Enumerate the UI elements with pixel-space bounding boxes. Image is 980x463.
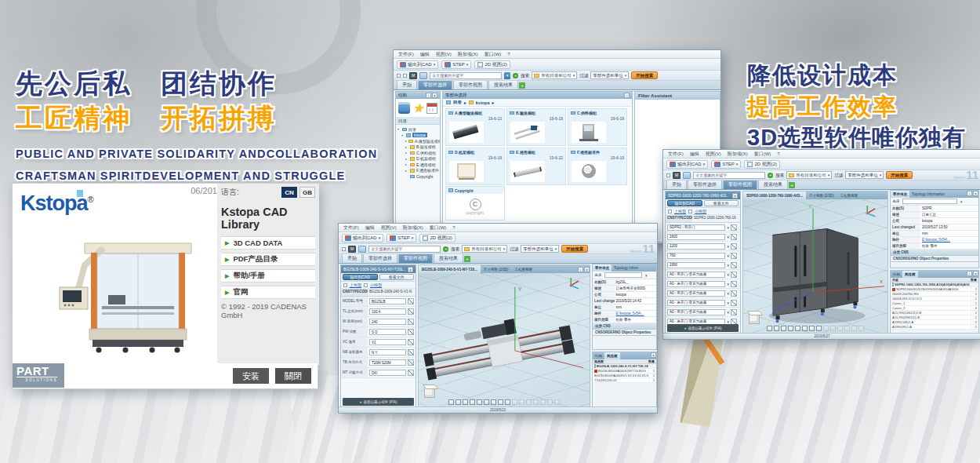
- edit-icon[interactable]: [408, 329, 414, 335]
- path-link[interactable]: E:\kstopa_5x54\...: [920, 237, 978, 242]
- parameter-toggle[interactable]: S D: [369, 329, 406, 335]
- tree-item[interactable]: ▸E.通用模组: [397, 162, 440, 168]
- viewport-tool-icon[interactable]: [470, 399, 475, 405]
- checkbox[interactable]: [892, 283, 894, 286]
- tab-search-results[interactable]: 搜索结果: [758, 180, 788, 189]
- search-checkbox[interactable]: [403, 74, 407, 78]
- edit-icon[interactable]: [408, 339, 414, 345]
- view-file-button[interactable]: 查看文件: [379, 274, 415, 280]
- parameter-slider[interactable]: 240: [369, 319, 406, 325]
- tab-3d-model[interactable]: BG2SLB-1009-240-S-V1-NY-T20...: [419, 265, 481, 273]
- select-dropdown[interactable]: [902, 199, 957, 204]
- 2d-view-button[interactable]: 2D 视图(2): [474, 60, 510, 69]
- menu-file[interactable]: 文件(F): [398, 51, 414, 58]
- viewport-tool-icon[interactable]: [477, 399, 482, 405]
- viewport-tool-icon[interactable]: [484, 399, 489, 405]
- edit-icon[interactable]: [408, 319, 414, 325]
- edit-icon[interactable]: [408, 349, 414, 355]
- menu-view[interactable]: 视图(V): [381, 224, 397, 232]
- edit-icon[interactable]: [731, 262, 737, 268]
- menu-addons[interactable]: 附加项(X): [728, 151, 748, 158]
- start-search-button[interactable]: 开始搜索: [631, 71, 658, 79]
- tab-topology[interactable]: Topology Information: [612, 264, 638, 272]
- edit-icon[interactable]: [731, 281, 737, 287]
- parameter-slider[interactable]: 100.4: [369, 308, 406, 315]
- viewport-tool-icon[interactable]: [505, 399, 510, 405]
- tab-drawing-view[interactable]: 工程图视图: [512, 265, 536, 273]
- parameter-select[interactable]: 1200: [667, 243, 725, 250]
- search-input[interactable]: [693, 172, 765, 179]
- viewport-tool-icon[interactable]: [498, 399, 503, 405]
- cns-section-bar[interactable]: 分类 CNS: [593, 323, 656, 330]
- tree-item[interactable]: ▸F.通用标准件: [397, 168, 440, 174]
- tab-build-tree[interactable]: 构造树: [604, 352, 620, 359]
- 2d-view-button[interactable]: 2D 视图(2): [744, 160, 780, 169]
- parameter-select[interactable]: A0 - 双开门-亚克力玻璃: [667, 290, 725, 297]
- start-search-button[interactable]: 开始搜索: [886, 171, 913, 179]
- catalog-card[interactable]: C.供料模组 19-6-19: [568, 108, 627, 146]
- step-format-button[interactable]: STEP▾: [387, 234, 416, 242]
- edit-icon[interactable]: [408, 370, 414, 376]
- search-scope-button[interactable]: [683, 172, 691, 179]
- menu-view[interactable]: 视图(V): [706, 151, 721, 158]
- close-button[interactable]: 關閉: [275, 368, 311, 384]
- edit-icon[interactable]: [731, 272, 737, 278]
- checkbox[interactable]: [343, 283, 347, 287]
- object-properties-bar[interactable]: CNSORDERNO Object Properties: [891, 256, 978, 262]
- minimize-icon[interactable]: ▫: [967, 271, 972, 276]
- parameter-select[interactable]: A0 - 单开门-亚克力玻璃: [667, 281, 725, 287]
- parameter-toggle[interactable]: T20M S20M: [369, 359, 406, 366]
- filter-select[interactable]: 零部件选和单位▾: [590, 71, 629, 79]
- path-link[interactable]: E:\kstopa_5x54\...: [615, 311, 656, 316]
- filter-select[interactable]: 零部件选和单位▾: [521, 245, 559, 253]
- close-icon[interactable]: ×: [973, 271, 978, 276]
- add-tab-button[interactable]: +: [519, 82, 525, 89]
- catalog-select[interactable]: 所有目录和公司▾: [786, 171, 832, 179]
- edit-icon[interactable]: [731, 309, 737, 315]
- parameter-select[interactable]: DKI: [369, 370, 406, 376]
- search-scope-button[interactable]: [419, 72, 427, 79]
- menu-file[interactable]: 文件(F): [668, 151, 684, 158]
- add-tab-button[interactable]: +: [464, 256, 470, 262]
- viewport-tool-icon[interactable]: [533, 399, 539, 405]
- edit-icon[interactable]: [731, 300, 737, 306]
- export-cad-button[interactable]: 输出到CAD: [343, 274, 378, 280]
- add-tab-button[interactable]: +: [789, 182, 795, 188]
- close-icon[interactable]: ×: [973, 191, 978, 196]
- parameter-select[interactable]: A0 - 双开门-亚克力玻璃: [667, 272, 725, 278]
- checkbox[interactable]: [668, 210, 672, 213]
- wire-view-link[interactable]: 小线型: [370, 283, 382, 287]
- tab-part-info[interactable]: 零件信息: [593, 264, 612, 272]
- menu-item-3d-cad-data[interactable]: ▶3D CAD DATA: [221, 236, 315, 250]
- tab-build-tree[interactable]: 构造树: [902, 271, 918, 278]
- menu-edit[interactable]: 编辑: [420, 51, 430, 58]
- viewport-tool-icon[interactable]: [448, 399, 454, 405]
- catalog-select[interactable]: 所有目录和公司▾: [462, 245, 507, 253]
- viewport-tool-icon[interactable]: [540, 399, 546, 405]
- tab-part-selection[interactable]: 零部件选择: [688, 180, 722, 189]
- parameter-select[interactable]: 1990: [667, 262, 725, 268]
- viewport-tool-icon[interactable]: [491, 399, 496, 405]
- viewport-tool-icon[interactable]: [809, 326, 815, 331]
- catalog-select[interactable]: 所有目录和公司▾: [532, 71, 577, 79]
- menu-addons[interactable]: 附加项(X): [403, 224, 423, 232]
- menu-item-website[interactable]: ▶官网: [221, 286, 315, 299]
- view-cube[interactable]: [424, 388, 435, 398]
- tab-topology[interactable]: Topology Information: [909, 191, 947, 198]
- export-cad-button[interactable]: 输出到CAD▾: [397, 60, 438, 69]
- language-cn-button[interactable]: CN: [281, 187, 297, 198]
- 3d-canvas[interactable]: Y X Z: [743, 199, 887, 334]
- tab-search-results[interactable]: 搜索结果: [434, 253, 463, 263]
- viewport-tool-icon[interactable]: [802, 326, 808, 331]
- menu-help[interactable]: ?: [777, 151, 779, 156]
- viewport-tool-icon[interactable]: [830, 326, 836, 331]
- parameter-toggle[interactable]: N Y: [369, 349, 406, 355]
- parameter-select[interactable]: V1: [369, 339, 406, 345]
- fit-view-button[interactable]: ●画面以最小缩放 (P/A): [343, 398, 414, 406]
- parameter-select[interactable]: A0 - 双开门-亚克力玻璃: [667, 309, 725, 315]
- parameter-select[interactable]: 1600: [667, 234, 725, 240]
- parameter-select[interactable]: A0 - 单开门-亚克力玻璃: [667, 300, 725, 306]
- export-cad-button[interactable]: 输出到CAD▾: [666, 160, 708, 169]
- menu-edit[interactable]: 编辑: [365, 224, 375, 232]
- minimize-icon[interactable]: ▫: [624, 93, 630, 98]
